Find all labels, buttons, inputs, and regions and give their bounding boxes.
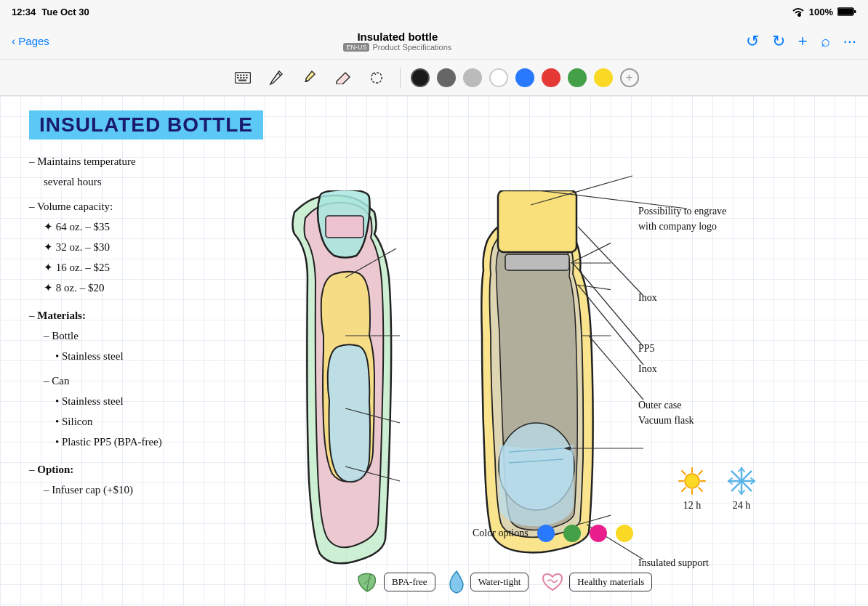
document-subtitle: EN-US Product Specifications — [343, 43, 451, 52]
time: 12:34 — [12, 7, 36, 17]
annotation-engraving: Possibility to engravewith company logo — [638, 203, 726, 234]
color-options-label: Color options — [473, 528, 529, 539]
svg-rect-13 — [326, 216, 363, 238]
nav-right: ↺ ↻ + ⌕ ··· — [746, 32, 856, 51]
highlighter-tool[interactable] — [297, 65, 323, 91]
status-left: 12:34 Tue Oct 30 — [12, 7, 89, 17]
status-right: 100% — [792, 7, 856, 17]
status-bar: 12:34 Tue Oct 30 100% — [0, 0, 868, 23]
bpa-free-label: BPA-free — [392, 576, 427, 588]
color-white[interactable] — [489, 68, 508, 87]
canvas-area: INSULATED BOTTLE – Maintains temperature… — [0, 96, 868, 606]
svg-line-45 — [699, 488, 702, 491]
svg-rect-6 — [243, 74, 245, 76]
battery-percent: 100% — [809, 7, 833, 17]
lasso-tool[interactable] — [363, 65, 390, 91]
svg-point-39 — [685, 474, 699, 488]
document-title: Insulated bottle — [343, 31, 451, 43]
keyboard-tool[interactable] — [230, 65, 256, 91]
color-options-section: Color options — [473, 525, 633, 542]
svg-rect-8 — [237, 77, 239, 78]
color-black[interactable] — [411, 68, 430, 87]
date: Tue Oct 30 — [41, 7, 89, 17]
color-light-gray[interactable] — [463, 68, 482, 87]
lang-badge: EN-US — [343, 43, 369, 52]
cross-section-sketch — [469, 190, 611, 568]
healthy-materials-label: Healthy materials — [577, 576, 644, 588]
badges-section: BPA-free Water-tight Healthy materials — [355, 570, 652, 594]
nav-center: Insulated bottle EN-US Product Specifica… — [343, 31, 451, 52]
nav-left[interactable]: ‹ Pages — [12, 35, 49, 48]
hot-icon-item: 12 h — [676, 465, 708, 512]
color-option-yellow — [616, 525, 633, 542]
more-button[interactable]: ··· — [843, 32, 856, 51]
sun-icon — [676, 465, 708, 497]
annotation-pp5: PP5 — [638, 343, 655, 355]
note-line-2: several hours — [44, 173, 305, 190]
back-chevron-icon: ‹ — [12, 35, 15, 48]
color-option-pink — [590, 525, 607, 542]
annotation-outer-case: Outer caseVacuum flask — [638, 397, 694, 428]
svg-line-46 — [699, 471, 702, 474]
color-blue[interactable] — [515, 68, 534, 87]
watertight-badge: Water-tight — [470, 573, 529, 591]
svg-line-47 — [682, 488, 686, 491]
svg-rect-11 — [246, 77, 248, 78]
watertight-badge-group: Water-tight — [447, 570, 529, 594]
healthy-materials-badge: Healthy materials — [569, 573, 652, 591]
svg-line-44 — [682, 471, 686, 474]
annotation-inox2: Inox — [638, 363, 657, 375]
svg-rect-2 — [854, 10, 856, 13]
svg-rect-12 — [238, 79, 246, 81]
svg-rect-10 — [243, 77, 245, 78]
battery-icon — [837, 7, 856, 17]
wifi-icon — [792, 7, 805, 17]
svg-rect-5 — [240, 74, 242, 76]
temp-icons-area: 12 h 24 h — [676, 465, 758, 512]
bottle-sketch — [251, 190, 462, 575]
heart-icon — [540, 571, 565, 593]
svg-rect-7 — [246, 74, 248, 76]
color-yellow[interactable] — [594, 68, 613, 87]
note-line-1: – Maintains temperature — [29, 153, 305, 170]
leaf-icon — [355, 571, 379, 593]
subtitle-text: Product Specifications — [372, 43, 451, 52]
add-button[interactable]: + — [798, 32, 808, 51]
color-option-green — [563, 525, 581, 542]
nav-bar: ‹ Pages Insulated bottle EN-US Product S… — [0, 23, 868, 60]
snowflake-icon — [726, 465, 758, 497]
cold-label: 24 h — [733, 500, 751, 512]
bpa-free-badge: BPA-free — [384, 573, 435, 591]
color-option-blue — [537, 525, 555, 542]
annotation-inox1: Inox — [638, 292, 657, 304]
doc-title-block: INSULATED BOTTLE — [29, 110, 263, 151]
svg-rect-4 — [237, 74, 239, 76]
svg-rect-20 — [505, 254, 569, 270]
annotation-insulated-support: Insulated support — [638, 557, 709, 569]
color-red[interactable] — [542, 68, 560, 87]
drop-icon — [447, 570, 466, 594]
redo-button[interactable]: ↻ — [772, 32, 785, 51]
pages-label: Pages — [18, 35, 49, 47]
cold-icon-item: 24 h — [726, 465, 758, 512]
svg-rect-9 — [240, 77, 242, 78]
svg-rect-1 — [838, 9, 853, 15]
toolbar-separator — [400, 68, 401, 88]
eraser-tool[interactable] — [330, 65, 356, 91]
doc-title: INSULATED BOTTLE — [29, 110, 263, 140]
color-dark-gray[interactable] — [437, 68, 456, 87]
search-button[interactable]: ⌕ — [821, 32, 830, 51]
svg-rect-19 — [498, 190, 576, 252]
color-add-button[interactable]: + — [620, 68, 639, 87]
materials-label: Materials: — [37, 310, 86, 321]
toolbar: + — [0, 60, 868, 96]
watertight-label: Water-tight — [478, 576, 521, 588]
bpa-badge-group: BPA-free — [355, 571, 435, 593]
undo-button[interactable]: ↺ — [746, 32, 759, 51]
healthy-badge-group: Healthy materials — [540, 571, 652, 593]
pages-button[interactable]: ‹ Pages — [12, 35, 49, 48]
pen-tool[interactable] — [263, 65, 289, 91]
option-label: Option: — [37, 464, 73, 475]
hot-label: 12 h — [683, 500, 702, 512]
color-green[interactable] — [568, 68, 587, 87]
